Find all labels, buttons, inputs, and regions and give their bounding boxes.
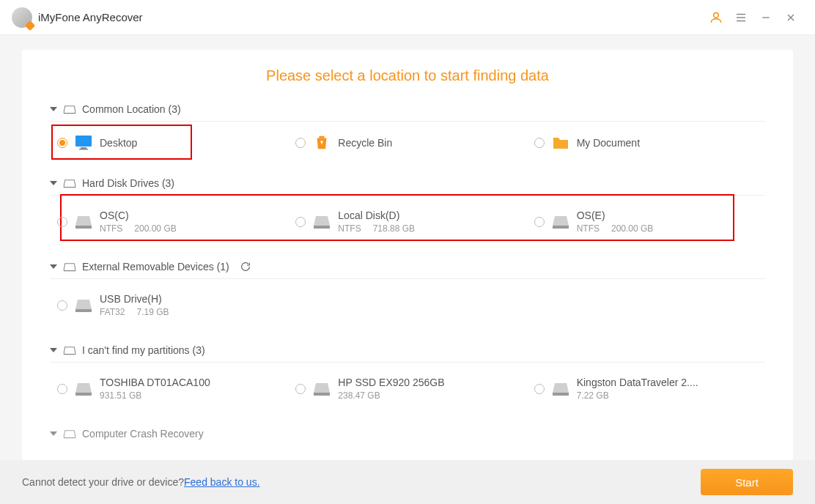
radio[interactable] [534,138,545,148]
drive-os-e[interactable]: OS(E) NTFS200.00 GB [527,204,765,239]
chevron-down-icon [50,431,57,436]
location-recycle-bin[interactable]: Recycle Bin [288,130,526,155]
svg-rect-14 [553,226,569,229]
svg-rect-17 [314,393,330,396]
trash-icon [313,135,331,151]
page-heading: Please select a location to start findin… [22,50,793,97]
section-title: I can't find my partitions (3) [82,344,205,356]
feedback-link[interactable]: Feed back to us. [184,476,260,488]
radio[interactable] [534,217,545,227]
title-bar: iMyFone AnyRecover [0,0,815,35]
monitor-icon [75,135,92,151]
drive-fs: NTFS [100,223,122,234]
drive-icon [63,345,76,355]
drive-local-d[interactable]: Local Disk(D) NTFS718.88 GB [288,204,526,239]
location-my-document[interactable]: My Document [527,130,765,155]
chevron-down-icon [50,107,57,111]
radio[interactable] [295,138,306,148]
section-title: Computer Crash Recovery [82,428,204,440]
drive-icon [63,262,76,272]
footer-prompt: Cannot detect your drive or device? [22,476,184,488]
drive-name: Kingston DataTraveler 2.... [577,376,698,390]
close-icon [785,12,797,23]
svg-rect-9 [79,149,88,150]
drive-name: HP SSD EX920 256GB [338,376,444,390]
radio[interactable] [295,217,306,227]
partition-hp-ssd[interactable]: HP SSD EX920 256GB 238.47 GB [288,371,526,406]
drive-size: 931.51 GB [100,390,141,401]
section-header-common[interactable]: Common Location (3) [50,97,765,122]
radio[interactable] [57,300,67,311]
radio-selected[interactable] [57,138,67,148]
chevron-down-icon [50,181,57,185]
drive-fs: NTFS [338,223,361,234]
radio[interactable] [57,217,67,227]
location-label: Recycle Bin [338,136,392,150]
hdd-icon [552,214,569,230]
svg-rect-18 [553,393,569,396]
close-button[interactable] [778,5,803,30]
location-list[interactable]: Common Location (3) Desktop Recycle Bin [22,97,793,460]
section-title: Common Location (3) [82,103,181,115]
drive-icon [63,178,76,188]
section-header-lost[interactable]: I can't find my partitions (3) [50,338,765,363]
location-label: My Document [577,136,640,150]
svg-rect-7 [75,136,92,147]
app-logo-icon [12,7,32,28]
section-header-hdd[interactable]: Hard Disk Drives (3) [50,171,765,196]
account-button[interactable] [704,5,729,30]
hdd-icon [313,214,331,230]
drive-name: USB Drive(H) [100,292,169,306]
svg-rect-10 [320,136,325,138]
drive-name: OS(E) [577,209,654,223]
chevron-down-icon [50,264,57,269]
hdd-icon [75,214,92,230]
drive-usb-h[interactable]: USB Drive(H) FAT327.19 GB [50,288,288,322]
start-button[interactable]: Start [701,469,793,495]
location-desktop[interactable]: Desktop [50,130,288,155]
section-external: External Removable Devices (1) USB Drive… [50,255,765,331]
hdd-icon [75,297,92,314]
minimize-icon [760,12,772,23]
drive-size: 718.88 GB [373,223,415,234]
drive-size: 238.47 GB [338,390,380,401]
drive-os-c[interactable]: OS(C) NTFS200.00 GB [50,204,288,239]
svg-rect-13 [314,226,330,229]
minimize-button[interactable] [753,5,778,30]
drive-size: 7.22 GB [577,390,609,401]
drive-name: OS(C) [100,209,177,223]
section-header-crash[interactable]: Computer Crash Recovery [50,422,765,445]
svg-rect-16 [75,393,92,396]
svg-rect-15 [75,309,92,312]
chevron-down-icon [50,348,57,352]
drive-icon [63,104,76,114]
section-header-external[interactable]: External Removable Devices (1) [50,255,765,279]
radio[interactable] [57,384,67,394]
hamburger-icon [734,11,748,24]
radio[interactable] [295,384,306,394]
drive-name: TOSHIBA DT01ACA100 [100,376,210,390]
hdd-icon [75,381,92,397]
section-lost-partitions: I can't find my partitions (3) TOSHIBA D… [50,338,765,415]
svg-rect-8 [81,147,86,149]
folder-icon [552,135,569,151]
section-title: External Removable Devices (1) [82,261,229,273]
menu-button[interactable] [729,5,753,30]
radio[interactable] [534,384,545,394]
location-label: Desktop [100,136,137,150]
section-title: Hard Disk Drives (3) [82,177,174,189]
drive-fs: FAT32 [100,306,125,318]
partition-kingston[interactable]: Kingston DataTraveler 2.... 7.22 GB [527,371,765,406]
svg-rect-12 [75,226,92,229]
app-title: iMyFone AnyRecover [38,11,143,23]
partition-toshiba[interactable]: TOSHIBA DT01ACA100 931.51 GB [50,371,288,406]
section-hdd: Hard Disk Drives (3) OS(C) NTFS200.00 GB [50,171,765,248]
drive-size: 7.19 GB [136,306,169,318]
drive-icon [63,429,76,439]
user-icon [709,10,723,25]
drive-fs: NTFS [577,223,600,234]
hdd-icon [313,381,331,397]
footer-bar: Cannot detect your drive or device? Feed… [0,460,815,504]
drive-size: 200.00 GB [611,223,653,234]
refresh-icon[interactable] [240,261,251,273]
